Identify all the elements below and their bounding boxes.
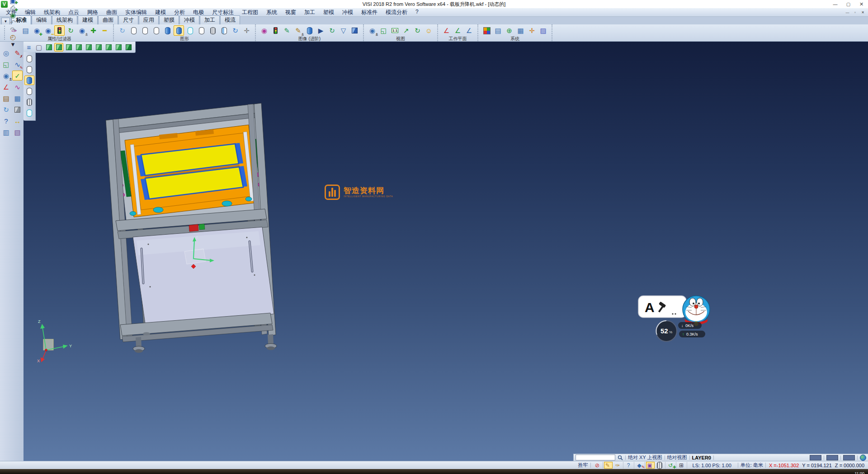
workplane-axis-icon[interactable]: ∠ — [1, 82, 11, 92]
attributes-page-icon[interactable]: ▤ — [20, 25, 31, 36]
workplane-xy-icon[interactable]: ∠ — [441, 25, 452, 36]
layer-cylinder-icon[interactable] — [656, 462, 665, 469]
system-window-icon[interactable]: ▤ — [493, 25, 503, 36]
wireframe-cylinder-icon[interactable] — [128, 25, 139, 36]
display-ghost-icon[interactable] — [24, 86, 34, 96]
tab-1[interactable]: 编辑 — [32, 15, 52, 24]
doc-restore-button[interactable]: ▫ — [851, 9, 859, 15]
visi-logo-icon[interactable]: V — [1, 1, 8, 8]
grid-cross-icon[interactable]: ⊞ — [677, 462, 687, 469]
help-icon[interactable]: ? — [1, 116, 11, 126]
menu-item-4[interactable]: 网格 — [83, 9, 102, 16]
zoom-dynamic-icon[interactable]: ◉± — [1, 71, 11, 81]
tab-6[interactable]: 应用 — [139, 15, 159, 24]
zoom-views-icon[interactable]: ◎ — [1, 48, 11, 58]
zoom-extents-icon[interactable]: ◱ — [378, 25, 389, 36]
history-icon[interactable]: ◴ — [8, 33, 18, 40]
graphics-refresh-icon[interactable]: ↻ — [117, 25, 127, 36]
menu-item-17[interactable]: 标准件 — [357, 9, 382, 16]
transparent-cylinder-icon[interactable] — [185, 25, 195, 36]
confirm-check-icon[interactable]: ✓ — [12, 71, 23, 81]
display-shaded-icon[interactable] — [24, 76, 34, 85]
tab-2[interactable]: 线架构 — [52, 15, 77, 24]
print-preview-icon[interactable]: ◉ — [8, 11, 18, 19]
view-smiley-icon[interactable]: ☺ — [424, 25, 434, 36]
graphics-tools-icon[interactable]: ✛ — [241, 25, 252, 36]
menu-item-18[interactable]: 模流分析 — [382, 9, 411, 16]
doraemon-avatar[interactable] — [683, 296, 710, 326]
search-icon[interactable] — [618, 455, 623, 460]
system-select-icon[interactable]: ✛ — [527, 25, 537, 36]
quickbar-dropdown-icon[interactable]: ▾ — [8, 40, 18, 47]
snap-box-icon[interactable]: ▣ — [646, 462, 655, 469]
visibility-add-icon[interactable]: ◉✚ — [32, 25, 42, 36]
menu-item-13[interactable]: 视窗 — [281, 9, 300, 16]
filter-add-icon[interactable]: ✚ — [88, 25, 99, 36]
layer-color-swatch-3[interactable] — [843, 455, 855, 460]
redo-icon[interactable]: ↷ — [8, 26, 18, 33]
view-front-icon[interactable] — [54, 43, 63, 52]
snap-gem-icon[interactable]: ◆✎ — [635, 462, 645, 469]
measure-icon[interactable]: ↔ — [12, 116, 23, 126]
dashed-cylinder-icon[interactable] — [151, 25, 161, 36]
absolute-view-label[interactable]: 绝对视图 — [667, 454, 687, 461]
system-tools-icon[interactable]: ⊕ — [504, 25, 514, 36]
attribute-edit-icon[interactable]: ✎± — [293, 25, 303, 36]
viewbar-window-icon[interactable]: ▢ — [34, 43, 43, 52]
zoom-window-icon[interactable]: ◱ — [1, 59, 11, 69]
tab-10[interactable]: 模流 — [220, 15, 240, 24]
section-cylinder-icon[interactable] — [208, 25, 218, 36]
menu-item-12[interactable]: 系统 — [262, 9, 281, 16]
advanced-traffic-light-icon[interactable] — [270, 25, 281, 36]
delete-edit-icon[interactable]: ✎✗ — [12, 48, 23, 58]
flat-cylinder-icon[interactable] — [196, 25, 207, 36]
tab-5[interactable]: 尺寸 — [118, 15, 138, 24]
undo-icon[interactable]: ↶ — [8, 19, 18, 26]
filter-traffic-light-icon[interactable] — [54, 25, 65, 36]
snap-stamp-icon[interactable]: ✑ — [613, 462, 623, 469]
spline-edit-icon[interactable]: ∿ — [12, 82, 23, 92]
doc-minimize-button[interactable]: — — [844, 9, 851, 15]
tab-9[interactable]: 加工 — [200, 15, 220, 24]
system-colors-icon[interactable] — [481, 25, 492, 36]
zoom-plusminus-icon[interactable]: ◉± — [367, 25, 377, 36]
solid-cube-icon[interactable] — [12, 104, 23, 114]
view-right-icon[interactable] — [84, 43, 93, 52]
auto-rotate-icon[interactable]: ↺✚ — [666, 462, 676, 469]
view-iso-icon[interactable] — [44, 43, 53, 52]
close-button[interactable]: ✕ — [855, 0, 868, 8]
view-back-icon[interactable] — [64, 43, 73, 52]
menu-item-15[interactable]: 塑模 — [319, 9, 338, 16]
maximize-button[interactable]: ▢ — [842, 0, 855, 8]
shaded-edges-cylinder-icon[interactable] — [174, 25, 184, 36]
display-hidden-icon[interactable] — [24, 65, 34, 74]
view-arrow-icon[interactable]: ↗ — [401, 25, 411, 36]
active-layer-label[interactable]: LAYER0 — [692, 455, 711, 460]
visibility-toggle-icon[interactable]: ◉± — [77, 25, 87, 36]
display-analysis-icon[interactable] — [24, 108, 34, 118]
attributes-books-icon[interactable]: ▤ — [1, 93, 11, 103]
clipboard-icon[interactable]: ▧ — [12, 127, 23, 137]
menu-item-2[interactable]: 线架构 — [40, 9, 64, 16]
snap-help-icon[interactable]: ? — [624, 462, 634, 469]
display-section-icon[interactable] — [24, 97, 34, 107]
print-icon[interactable]: ⎙✚ — [8, 4, 18, 11]
view-bottom-icon[interactable] — [104, 43, 113, 52]
workplane-set-icon[interactable]: ∠ — [453, 25, 463, 36]
menu-item-9[interactable]: 电极 — [189, 9, 208, 16]
report-icon[interactable]: ▥ — [1, 127, 11, 137]
tab-4[interactable]: 曲面 — [98, 15, 118, 24]
filter-remove-icon[interactable]: ━ — [99, 25, 110, 36]
render-refresh-icon[interactable]: ↻ — [230, 25, 241, 36]
menu-item-3[interactable]: 点云 — [64, 9, 83, 16]
solid-view-cube-icon[interactable] — [349, 25, 360, 36]
layer-color-swatch-1[interactable] — [810, 455, 821, 460]
tab-7[interactable]: 塑膜 — [159, 15, 179, 24]
menu-item-11[interactable]: 工程图 — [238, 9, 262, 16]
viewbar-menu-icon[interactable]: ≡ — [24, 43, 33, 52]
render-brush-icon[interactable]: ✎ — [282, 25, 292, 36]
menu-item-19[interactable]: ? — [411, 9, 423, 16]
menu-item-7[interactable]: 建模 — [151, 9, 170, 16]
menu-item-1[interactable]: 编辑 — [21, 9, 40, 16]
menu-item-16[interactable]: 冲模 — [338, 9, 357, 16]
